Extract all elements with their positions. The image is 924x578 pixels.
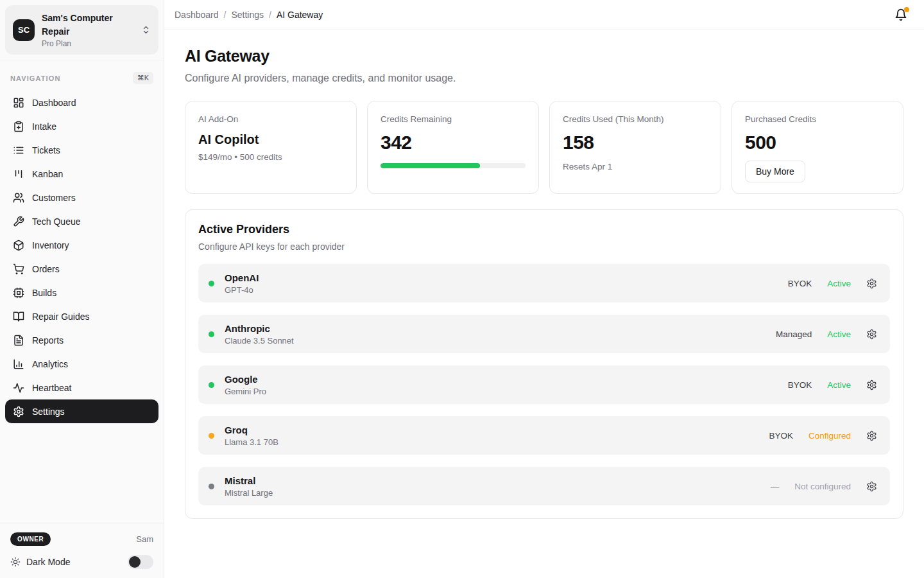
sidebar-item-kanban[interactable]: Kanban [5,162,158,186]
sidebar-item-heartbeat[interactable]: Heartbeat [5,376,158,399]
breadcrumb-current: AI Gateway [277,10,323,20]
provider-mode: BYOK [788,380,812,390]
sidebar-item-label: Reports [32,335,64,346]
provider-mode: Managed [776,329,812,339]
status-dot [209,331,214,337]
sidebar-item-label: Repair Guides [32,311,90,322]
provider-settings-gear-icon[interactable] [866,481,877,492]
workspace-name: Sam's Computer Repair [42,12,120,39]
status-dot [209,484,214,489]
stats-grid: AI Add-On AI Copilot $149/mo • 500 credi… [185,101,903,194]
sidebar-item-label: Tech Queue [32,216,81,227]
credits-progress-fill [381,163,480,168]
breadcrumb-separator: / [269,10,271,20]
breadcrumb: Dashboard / Settings / AI Gateway [175,10,323,20]
provider-row-openai: OpenAI GPT-4o BYOK Active [198,264,890,302]
provider-settings-gear-icon[interactable] [866,380,877,390]
sidebar-item-analytics[interactable]: Analytics [5,352,158,376]
sidebar-item-label: Settings [32,407,65,417]
cpu-icon [13,287,24,299]
sidebar-item-tech-queue[interactable]: Tech Queue [5,209,158,233]
sidebar-item-label: Heartbeat [32,383,71,393]
sidebar-item-builds[interactable]: Builds [5,281,158,304]
provider-name: Google [225,374,266,385]
provider-row-groq: Groq Llama 3.1 70B BYOK Configured [198,416,890,455]
credits-progress-bar [381,163,526,168]
provider-row-google: Google Gemini Pro BYOK Active [198,365,890,404]
notifications-button[interactable] [892,6,910,24]
sidebar-item-tickets[interactable]: Tickets [5,138,158,162]
sidebar: SC Sam's Computer Repair Pro Plan NAVIGA… [0,0,164,578]
stat-label: Credits Remaining [381,114,526,124]
stat-card-credits-used: Credits Used (This Month) 158 Resets Apr… [549,101,721,194]
shopping-cart-icon [13,263,24,275]
sidebar-item-intake[interactable]: Intake [5,114,158,138]
clipboard-plus-icon [13,121,24,132]
dark-mode-toggle[interactable] [128,555,153,569]
provider-model: Gemini Pro [225,387,266,396]
workspace-avatar: SC [13,19,35,41]
sidebar-item-repair-guides[interactable]: Repair Guides [5,304,158,328]
stat-card-ai-addon: AI Add-On AI Copilot $149/mo • 500 credi… [185,101,357,194]
provider-mode: — [771,482,780,491]
stat-label: Credits Used (This Month) [563,114,708,124]
sidebar-item-reports[interactable]: Reports [5,328,158,352]
sidebar-item-label: Customers [32,193,76,203]
provider-status: Active [827,329,851,339]
page-title: AI Gateway [185,47,903,66]
sidebar-item-settings[interactable]: Settings [5,399,158,423]
provider-status: Active [827,380,851,390]
sidebar-item-label: Tickets [32,145,60,155]
provider-settings-gear-icon[interactable] [866,278,877,289]
user-name: Sam [136,534,153,544]
sidebar-item-label: Analytics [32,359,68,369]
provider-model: Claude 3.5 Sonnet [225,336,294,346]
provider-status: Not configured [794,482,851,491]
workspace-plan: Pro Plan [42,39,134,48]
dark-mode-label: Dark Mode [26,557,70,567]
credits-remaining-value: 342 [381,132,526,153]
stat-label: AI Add-On [198,114,343,124]
breadcrumb-dashboard[interactable]: Dashboard [175,10,219,20]
file-text-icon [13,335,24,346]
credits-used-value: 158 [563,132,708,153]
bar-chart-icon [13,358,24,370]
sidebar-item-label: Orders [32,264,60,274]
main-content: AI Gateway Configure AI providers, manag… [164,30,924,536]
stat-label: Purchased Credits [745,114,890,124]
active-providers-card: Active Providers Configure API keys for … [185,209,903,519]
sidebar-item-dashboard[interactable]: Dashboard [5,91,158,114]
sun-icon [10,557,21,567]
command-k-shortcut-badge: ⌘K [133,72,153,84]
navigation-section-label: NAVIGATION [10,74,60,82]
provider-settings-gear-icon[interactable] [866,329,877,340]
stat-card-purchased-credits: Purchased Credits 500 Buy More [732,101,903,194]
breadcrumb-settings[interactable]: Settings [231,10,264,20]
sidebar-item-label: Dashboard [32,98,76,108]
providers-title: Active Providers [198,223,890,236]
sidebar-footer: OWNER Sam Dark Mode [0,523,164,578]
role-badge: OWNER [10,532,51,546]
breadcrumb-separator: / [224,10,227,20]
sidebar-item-customers[interactable]: Customers [5,186,158,209]
resets-note: Resets Apr 1 [563,162,708,171]
provider-model: GPT-4o [225,285,259,295]
provider-model: Llama 3.1 70B [225,437,278,447]
provider-settings-gear-icon[interactable] [866,430,877,441]
list-icon [13,144,24,156]
buy-more-button[interactable]: Buy More [745,161,805,182]
activity-icon [13,382,24,394]
workspace-switcher[interactable]: SC Sam's Computer Repair Pro Plan [5,5,158,55]
provider-name: Mistral [225,475,273,486]
notification-dot [904,7,909,12]
users-icon [13,192,24,204]
providers-subtitle: Configure API keys for each provider [198,241,890,252]
book-open-icon [13,311,24,322]
chevrons-up-down-icon [141,25,151,35]
sidebar-item-orders[interactable]: Orders [5,257,158,281]
sidebar-item-inventory[interactable]: Inventory [5,233,158,257]
provider-mode: BYOK [788,279,812,288]
provider-name: Anthropic [225,323,294,334]
addon-name: AI Copilot [198,132,343,147]
provider-name: OpenAI [225,272,259,283]
